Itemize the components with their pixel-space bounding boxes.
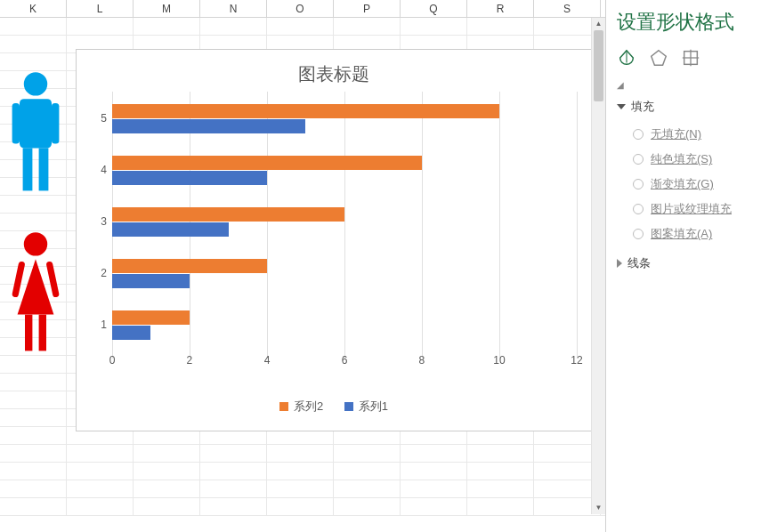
radio-label: 图片或纹理填充: [651, 201, 732, 217]
radio-label: 无填充(N): [651, 126, 701, 142]
fill-section-header[interactable]: 填充: [617, 99, 761, 115]
fill-line-tab-icon[interactable]: [617, 48, 636, 71]
fill-option-pattern[interactable]: 图案填充(A): [617, 222, 761, 246]
radio-icon: [633, 179, 644, 189]
bar-series1[interactable]: [112, 222, 229, 237]
panel-title: 设置形状格式: [617, 9, 761, 36]
bar-series1[interactable]: [112, 119, 305, 133]
bar-series2[interactable]: [112, 207, 344, 222]
x-tick: 6: [342, 354, 348, 367]
svg-rect-5: [52, 103, 59, 144]
x-tick: 4: [264, 354, 271, 367]
x-tick: 0: [109, 354, 116, 367]
bar-series1[interactable]: [112, 274, 190, 288]
col-header[interactable]: L: [67, 0, 134, 17]
svg-rect-9: [39, 315, 46, 351]
plot-area: 5 4 3 2 1: [112, 92, 577, 359]
fill-option-solid[interactable]: 纯色填充(S): [617, 147, 761, 172]
column-headers: K L M N O P Q R S: [0, 0, 605, 18]
male-person-icon[interactable]: [9, 71, 62, 203]
radio-label: 图案填充(A): [651, 226, 712, 242]
chart-object[interactable]: 图表标题 5 4 3 2 1: [76, 49, 592, 431]
col-header[interactable]: M: [134, 0, 200, 17]
fill-option-none[interactable]: 无填充(N): [617, 122, 761, 147]
fill-option-picture[interactable]: 图片或纹理填充: [617, 197, 761, 222]
col-header[interactable]: P: [334, 0, 401, 17]
radio-icon: [633, 204, 644, 214]
fill-option-gradient[interactable]: 渐变填充(G): [617, 172, 761, 197]
chevron-right-icon: [617, 259, 622, 268]
y-tick: 5: [101, 112, 107, 125]
bar-series2[interactable]: [112, 310, 190, 325]
radio-icon: [633, 229, 644, 239]
legend-swatch-icon: [279, 402, 288, 411]
bar-series2[interactable]: [112, 156, 422, 170]
col-header[interactable]: K: [0, 0, 67, 17]
col-header[interactable]: N: [200, 0, 267, 17]
bar-series1[interactable]: [112, 326, 150, 340]
col-header[interactable]: S: [534, 0, 601, 17]
panel-icon-tabs: [617, 48, 761, 71]
size-tab-icon[interactable]: [681, 48, 700, 71]
radio-label: 渐变填充(G): [651, 176, 714, 192]
y-tick: 3: [101, 215, 107, 228]
y-tick: 4: [101, 164, 107, 176]
vertical-scrollbar[interactable]: ▲ ▼: [591, 18, 605, 514]
panel-caret-icon: ◢: [617, 80, 761, 90]
svg-rect-4: [12, 103, 20, 144]
y-axis: 5 4 3 2 1: [89, 92, 110, 359]
x-tick: 2: [187, 354, 193, 367]
svg-point-0: [24, 72, 47, 95]
x-tick: 12: [571, 354, 582, 367]
svg-rect-1: [20, 99, 52, 148]
scroll-down-icon[interactable]: ▼: [592, 502, 605, 514]
y-tick: 1: [101, 318, 107, 331]
col-header[interactable]: O: [267, 0, 334, 17]
scroll-up-icon[interactable]: ▲: [592, 18, 605, 30]
scroll-thumb[interactable]: [594, 30, 603, 101]
svg-rect-2: [23, 148, 33, 190]
col-header[interactable]: Q: [401, 0, 467, 17]
legend-swatch-icon: [344, 402, 353, 411]
chart-legend[interactable]: 系列2 系列1: [77, 399, 591, 415]
x-tick: 8: [419, 354, 425, 367]
radio-icon: [633, 129, 644, 140]
line-section-header[interactable]: 线条: [617, 255, 761, 271]
svg-rect-3: [39, 148, 49, 190]
spreadsheet-grid: K L M N O P Q R S: [0, 0, 605, 532]
format-shape-panel: 设置形状格式 ◢ 填充 无填充(N) 纯色填充(S) 渐变填充(G) 图片或纹理…: [605, 0, 761, 532]
bar-series2[interactable]: [112, 104, 499, 118]
svg-rect-11: [45, 261, 60, 297]
legend-item-series2[interactable]: 系列2: [279, 399, 323, 415]
effects-tab-icon[interactable]: [649, 48, 668, 71]
x-axis: 0 2 4 6 8 10 12: [112, 352, 577, 370]
svg-point-6: [24, 232, 47, 255]
bars-layer: [112, 92, 577, 359]
radio-label: 纯色填充(S): [651, 151, 712, 167]
section-label: 填充: [631, 99, 654, 115]
legend-label: 系列1: [359, 399, 388, 415]
x-tick: 10: [493, 354, 505, 367]
male-icon: [9, 71, 62, 199]
legend-label: 系列2: [294, 399, 323, 415]
legend-item-series1[interactable]: 系列1: [344, 399, 388, 415]
chart-title[interactable]: 图表标题: [77, 50, 591, 92]
section-label: 线条: [627, 255, 651, 271]
svg-marker-12: [652, 51, 667, 66]
bar-series1[interactable]: [112, 171, 267, 185]
y-tick: 2: [101, 267, 107, 279]
female-person-icon[interactable]: [9, 231, 62, 363]
radio-icon: [633, 154, 644, 165]
svg-rect-8: [25, 315, 32, 351]
col-header[interactable]: R: [467, 0, 534, 17]
female-icon: [9, 231, 62, 359]
chevron-down-icon: [617, 104, 626, 109]
bar-series2[interactable]: [112, 259, 267, 273]
svg-rect-10: [12, 261, 26, 297]
